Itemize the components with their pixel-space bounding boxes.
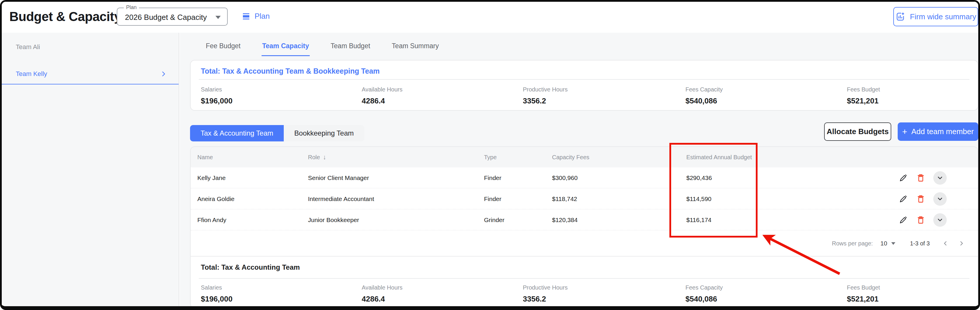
pencil-icon [898,173,908,183]
main-content: Fee Budget Team Capacity Team Budget Tea… [180,33,978,306]
plus-icon: + [902,127,907,136]
divider [199,278,969,279]
cell-capacity-fees: $118,742 [552,189,577,209]
table-row: Kelly Jane Senior Client Manager Finder … [191,168,978,189]
table-header-row: Name Role ↓ Type Capacity Fees Estimated… [191,147,978,168]
row-actions [898,189,947,209]
stat-value: $196,000 [201,294,353,304]
firm-wide-summary-label: Firm wide summary [910,12,976,21]
grand-total-card: Total: Tax & Accounting Team & Bookkeepi… [190,60,978,111]
delete-button[interactable] [916,215,926,225]
chevron-down-icon [933,171,947,185]
trash-icon [916,215,926,225]
column-header-name: Name [197,147,213,168]
toggle-bookkeeping-team[interactable]: Bookkeeping Team [284,125,364,141]
column-header-estimated-annual-budget: Estimated Annual Budget [686,147,752,168]
toggle-tax-accounting-team[interactable]: Tax & Accounting Team [190,125,284,141]
trash-icon [916,173,926,183]
stat-value: 4286.4 [362,294,514,304]
stat-label: Available Hours [362,86,514,93]
edit-button[interactable] [898,215,908,225]
rows-per-page-label: Rows per page: [832,240,873,247]
stat-productive-hours: Productive Hours 3356.2 [523,86,675,105]
expand-row-button[interactable] [933,192,947,206]
column-header-capacity-fees: Capacity Fees [552,147,589,168]
table-row: Ffion Andy Junior Bookkeeper Grinder $12… [191,209,978,230]
sidebar-item-team-ali[interactable]: Team Ali [2,37,179,57]
app-window: Budget & Capacity Plan 2026 Budget & Cap… [0,0,980,310]
cell-type: Grinder [484,209,504,230]
plan-link-label: Plan [255,12,270,21]
pagination: Rows per page: 10 1-3 of 3 [832,235,965,252]
stat-available-hours: Available Hours 4286.4 [362,86,514,105]
divider [191,256,978,257]
previous-page-button[interactable] [942,240,949,247]
caret-down-icon [891,242,895,245]
sidebar-item-label: Team Ali [16,43,40,51]
column-header-type: Type [484,147,496,168]
column-header-role[interactable]: Role ↓ [308,147,326,168]
stat-value: 3356.2 [523,96,675,105]
pencil-icon [898,194,908,204]
trash-icon [916,194,926,204]
chevron-right-icon [160,70,167,77]
stat-salaries: Salaries $196,000 [201,86,353,105]
column-header-label: Role [308,154,320,161]
tab-team-summary[interactable]: Team Summary [391,38,439,56]
stat-label: Fees Capacity [686,86,837,93]
add-team-member-button[interactable]: + Add team member [898,122,978,141]
pagination-range: 1-3 of 3 [910,240,930,247]
expand-row-button[interactable] [933,213,947,227]
delete-button[interactable] [916,173,926,183]
cell-role: Senior Client Manager [308,168,369,189]
stat-fees-capacity: Fees Capacity $540,086 [686,86,837,105]
team-total-title: Total: Tax & Accounting Team [201,263,300,272]
cell-role: Intermediate Accountant [308,189,374,209]
edit-button[interactable] [898,194,908,204]
sort-desc-icon: ↓ [323,153,326,161]
team-toggle-group: Tax & Accounting Team Bookkeeping Team [190,125,364,141]
stat-value: 3356.2 [523,294,675,304]
caret-down-icon [215,16,221,19]
plan-select-label: Plan [124,5,139,11]
stat-productive-hours: Productive Hours 3356.2 [523,284,675,304]
rows-per-page-select[interactable]: 10 [880,240,895,247]
table-row: Aneira Goldie Intermediate Accountant Fi… [191,189,978,209]
row-actions [898,209,947,230]
plan-link[interactable]: Plan [242,12,270,21]
cell-name: Aneira Goldie [197,189,234,209]
delete-button[interactable] [916,194,926,204]
cell-type: Finder [484,168,501,189]
plan-select[interactable]: Plan 2026 Budget & Capacity [117,8,228,26]
stat-value: $521,201 [847,96,980,105]
stat-fees-capacity: Fees Capacity $540,086 [686,284,837,304]
cell-type: Finder [484,189,501,209]
firm-wide-summary-button[interactable]: Firm wide summary [893,7,978,26]
cell-name: Ffion Andy [197,209,226,230]
next-page-button[interactable] [958,240,965,247]
tab-team-budget[interactable]: Team Budget [330,38,371,56]
stat-label: Fees Capacity [686,284,837,291]
teams-sidebar: Team Ali Team Kelly [2,33,179,306]
tab-fee-budget[interactable]: Fee Budget [205,38,241,56]
stat-label: Fees Budget [847,284,980,291]
sidebar-item-team-kelly[interactable]: Team Kelly [2,64,179,85]
expand-row-button[interactable] [933,171,947,185]
chart-add-icon [895,12,905,22]
stat-fees-budget: Fees Budget $521,201 [847,86,980,105]
sidebar-item-label: Team Kelly [16,70,47,78]
cell-name: Kelly Jane [197,168,226,189]
team-capacity-table-card: Name Role ↓ Type Capacity Fees Estimated… [190,146,978,308]
pagination-nav [942,240,965,247]
rows-per-page-value: 10 [880,240,887,247]
edit-button[interactable] [898,173,908,183]
allocate-budgets-button[interactable]: Allocate Budgets [824,122,891,141]
cell-role: Junior Bookkeeper [308,209,359,230]
stat-salaries: Salaries $196,000 [201,284,353,304]
tab-team-capacity[interactable]: Team Capacity [262,38,310,56]
cell-estimated-annual-budget: $114,590 [686,189,711,209]
stat-label: Salaries [201,86,353,93]
plan-select-value: 2026 Budget & Capacity [125,13,207,22]
tab-bar: Fee Budget Team Capacity Team Budget Tea… [205,38,439,56]
stat-label: Available Hours [362,284,514,291]
